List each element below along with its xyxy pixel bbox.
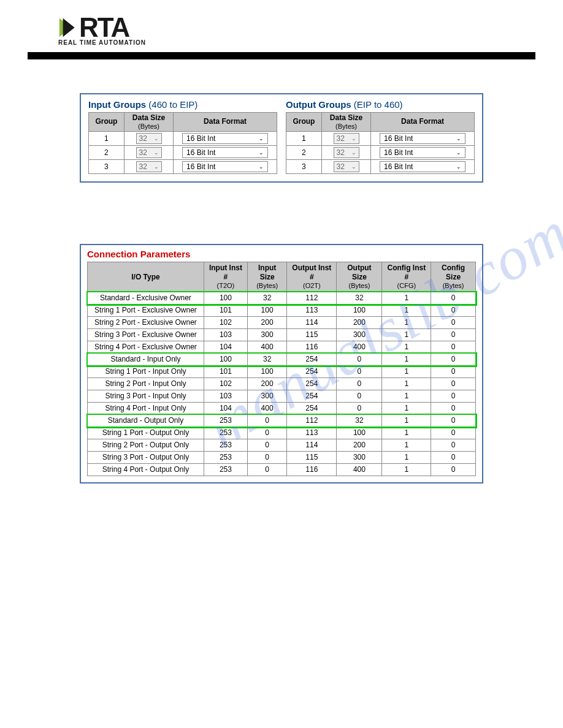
config-size-cell: 0 bbox=[431, 329, 476, 341]
group-number: 1 bbox=[286, 132, 322, 146]
data-format-cell: 16 Bit Int⌄ bbox=[174, 160, 277, 174]
input-groups-title-text: Input Groups bbox=[88, 99, 146, 110]
table-row: Standard - Exclusive Owner100321123210 bbox=[88, 292, 476, 305]
col-output-size-label: Output Size bbox=[347, 264, 371, 281]
input-inst-cell: 103 bbox=[204, 329, 247, 341]
col-input-size: Input Size(Bytes) bbox=[247, 262, 286, 292]
header-divider bbox=[28, 52, 535, 59]
config-inst-cell: 1 bbox=[382, 341, 431, 354]
output-size-cell: 300 bbox=[337, 452, 382, 464]
output-inst-cell: 115 bbox=[287, 452, 337, 464]
io-type-cell: String 1 Port - Output Only bbox=[88, 427, 204, 439]
logo: RTA REAL TIME AUTOMATION bbox=[58, 12, 146, 46]
config-size-cell: 0 bbox=[431, 292, 476, 305]
data-size-cell: 32⌄ bbox=[124, 160, 173, 174]
data-format-select[interactable]: 16 Bit Int⌄ bbox=[182, 161, 268, 172]
config-size-cell: 0 bbox=[431, 305, 476, 317]
data-format-select[interactable]: 16 Bit Int⌄ bbox=[182, 133, 268, 144]
col-output-size: Output Size(Bytes) bbox=[337, 262, 382, 292]
table-row: Standard - Output Only25301123210 bbox=[88, 415, 476, 427]
config-inst-cell: 1 bbox=[382, 439, 431, 452]
data-size-select[interactable]: 32⌄ bbox=[334, 147, 359, 158]
io-type-cell: String 2 Port - Exclusive Owner bbox=[88, 317, 204, 329]
col-data-format: Data Format bbox=[174, 113, 277, 132]
output-size-cell: 100 bbox=[337, 427, 382, 439]
output-size-cell: 32 bbox=[337, 292, 382, 305]
output-size-cell: 400 bbox=[337, 464, 382, 476]
chevron-down-icon: ⌄ bbox=[259, 135, 264, 142]
table-row: String 1 Port - Input Only101100254010 bbox=[88, 366, 476, 378]
data-format-select[interactable]: 16 Bit Int⌄ bbox=[182, 147, 268, 158]
output-groups-table: Group Data Size (Bytes) Data Format 132⌄… bbox=[286, 112, 475, 174]
output-inst-cell: 254 bbox=[287, 366, 337, 378]
data-size-select[interactable]: 32⌄ bbox=[136, 133, 162, 144]
chevron-down-icon: ⌄ bbox=[154, 164, 159, 170]
groups-panel: Input Groups (460 to EIP) Group Data Siz… bbox=[80, 93, 483, 183]
input-size-cell: 300 bbox=[247, 390, 286, 403]
io-type-cell: String 2 Port - Output Only bbox=[88, 439, 204, 452]
config-inst-cell: 1 bbox=[382, 378, 431, 390]
col-input-size-sub: (Bytes) bbox=[250, 282, 284, 290]
input-size-cell: 0 bbox=[247, 439, 286, 452]
data-size-select[interactable]: 32⌄ bbox=[136, 161, 162, 172]
input-groups-title: Input Groups (460 to EIP) bbox=[88, 99, 277, 110]
col-input-size-label: Input Size bbox=[258, 264, 276, 281]
table-row: String 4 Port - Output Only253011640010 bbox=[88, 464, 476, 476]
config-inst-cell: 1 bbox=[382, 415, 431, 427]
data-format-cell: 16 Bit Int⌄ bbox=[174, 146, 277, 160]
input-size-cell: 32 bbox=[247, 354, 286, 366]
output-size-cell: 400 bbox=[337, 341, 382, 354]
col-io-type: I/O Type bbox=[88, 262, 204, 292]
input-size-cell: 0 bbox=[247, 452, 286, 464]
input-inst-cell: 253 bbox=[204, 427, 247, 439]
data-size-select[interactable]: 32⌄ bbox=[136, 147, 162, 158]
input-inst-cell: 104 bbox=[204, 403, 247, 415]
input-inst-cell: 253 bbox=[204, 452, 247, 464]
input-groups-section: Input Groups (460 to EIP) Group Data Siz… bbox=[88, 99, 277, 174]
input-size-cell: 0 bbox=[247, 415, 286, 427]
data-size-value: 32 bbox=[337, 148, 345, 157]
table-row: 132⌄16 Bit Int⌄ bbox=[286, 132, 475, 146]
data-format-value: 16 Bit Int bbox=[186, 134, 215, 143]
input-inst-cell: 104 bbox=[204, 341, 247, 354]
data-format-select[interactable]: 16 Bit Int⌄ bbox=[380, 161, 465, 172]
config-inst-cell: 1 bbox=[382, 354, 431, 366]
input-inst-cell: 102 bbox=[204, 317, 247, 329]
col-input-inst-sub: (T2O) bbox=[207, 282, 245, 290]
group-number: 3 bbox=[286, 160, 322, 174]
col-config-inst: Config Inst #(CFG) bbox=[382, 262, 431, 292]
logo-tagline: REAL TIME AUTOMATION bbox=[58, 39, 146, 46]
table-row: String 1 Port - Output Only253011310010 bbox=[88, 427, 476, 439]
input-inst-cell: 253 bbox=[204, 415, 247, 427]
output-groups-subtitle: (EIP to 460) bbox=[354, 99, 403, 110]
data-format-select[interactable]: 16 Bit Int⌄ bbox=[380, 147, 465, 158]
data-size-cell: 32⌄ bbox=[321, 132, 370, 146]
output-size-cell: 100 bbox=[337, 305, 382, 317]
data-size-select[interactable]: 32⌄ bbox=[334, 133, 359, 144]
col-output-inst: Output Inst #(O2T) bbox=[287, 262, 337, 292]
data-size-value: 32 bbox=[139, 148, 147, 157]
io-type-cell: Standard - Exclusive Owner bbox=[88, 292, 204, 305]
group-number: 2 bbox=[89, 146, 124, 160]
col-output-inst-label: Output Inst # bbox=[292, 264, 331, 281]
input-size-cell: 0 bbox=[247, 464, 286, 476]
data-size-cell: 32⌄ bbox=[321, 146, 370, 160]
input-size-cell: 100 bbox=[247, 305, 286, 317]
output-inst-cell: 113 bbox=[287, 305, 337, 317]
output-size-cell: 0 bbox=[337, 366, 382, 378]
output-size-cell: 200 bbox=[337, 317, 382, 329]
input-size-cell: 100 bbox=[247, 366, 286, 378]
input-inst-cell: 100 bbox=[204, 354, 247, 366]
config-size-cell: 0 bbox=[431, 452, 476, 464]
col-data-size-sub: (Bytes) bbox=[324, 123, 368, 131]
input-inst-cell: 101 bbox=[204, 366, 247, 378]
data-format-cell: 16 Bit Int⌄ bbox=[371, 132, 475, 146]
table-row: String 4 Port - Exclusive Owner104400116… bbox=[88, 341, 476, 354]
connection-parameters-panel: Connection Parameters I/O Type Input Ins… bbox=[80, 244, 483, 483]
config-inst-cell: 1 bbox=[382, 464, 431, 476]
input-inst-cell: 101 bbox=[204, 305, 247, 317]
data-format-select[interactable]: 16 Bit Int⌄ bbox=[380, 133, 465, 144]
output-size-cell: 0 bbox=[337, 403, 382, 415]
col-data-size-label: Data Size bbox=[330, 113, 362, 122]
data-size-select[interactable]: 32⌄ bbox=[334, 161, 359, 172]
